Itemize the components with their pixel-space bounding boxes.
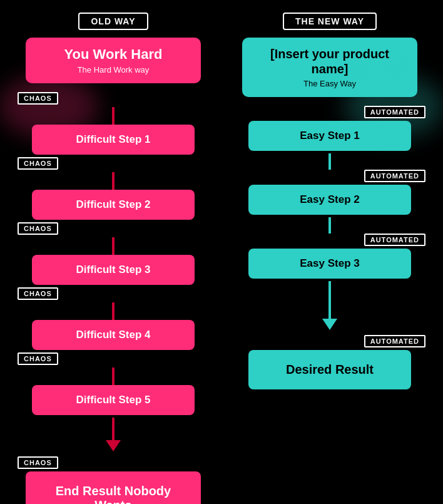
chaos-label-3: CHAOS xyxy=(24,225,52,232)
easy-step-2: Easy Step 2 xyxy=(248,185,411,215)
automated-label-1: AUTOMATED xyxy=(370,108,419,116)
connector-final xyxy=(112,418,115,440)
chaos-badge-1: CHAOS xyxy=(18,92,58,105)
chaos-badge-5: CHAOS xyxy=(18,352,58,365)
easy-step-1: Easy Step 1 xyxy=(248,121,411,151)
chaos-badge-end: CHAOS xyxy=(18,456,58,469)
chaos-label-4: CHAOS xyxy=(24,290,52,297)
new-way-top-box: [Insert your product name] The Easy Way xyxy=(242,38,417,97)
step-label-3: Difficult Step 3 xyxy=(76,264,150,275)
difficult-step-2: Difficult Step 2 xyxy=(32,190,195,220)
arrow-down-pink xyxy=(106,440,121,451)
difficult-step-3: Difficult Step 3 xyxy=(32,255,195,285)
step-label-2: Difficult Step 2 xyxy=(76,198,150,210)
automated-label-3: AUTOMATED xyxy=(370,236,419,244)
right-column: THE NEW WAY [Insert your product name] T… xyxy=(222,6,438,504)
arrow-down-teal xyxy=(322,319,337,330)
left-step-row-5: CHAOS Difficult Step 5 xyxy=(5,352,222,416)
end-result-label: End Result Nobody Wants xyxy=(56,484,171,504)
old-way-top-box: You Work Hard The Hard Work way xyxy=(26,38,201,83)
left-step-row-1: CHAOS Difficult Step 1 xyxy=(5,92,222,156)
chaos-badge-4: CHAOS xyxy=(18,287,58,300)
automated-badge-1: AUTOMATED xyxy=(364,106,425,118)
easy-step-label-3: Easy Step 3 xyxy=(300,257,359,269)
right-step-row-2: AUTOMATED Easy Step 2 xyxy=(222,170,438,216)
step-label-1: Difficult Step 1 xyxy=(76,133,150,145)
teal-connector-1 xyxy=(328,153,331,170)
right-step-row-1: AUTOMATED Easy Step 1 xyxy=(222,106,438,152)
automated-badge-2: AUTOMATED xyxy=(364,170,425,182)
desired-result-box: Desired Result xyxy=(248,350,411,389)
difficult-step-1: Difficult Step 1 xyxy=(32,125,195,155)
right-desired-row: AUTOMATED Desired Result xyxy=(222,335,438,389)
old-way-label: OLD WAY xyxy=(91,16,135,26)
new-way-title: [Insert your product name] xyxy=(252,46,407,76)
easy-step-label-1: Easy Step 1 xyxy=(300,130,359,141)
easy-step-3: Easy Step 3 xyxy=(248,249,411,279)
chaos-badge-2: CHAOS xyxy=(18,157,58,170)
automated-badge-3: AUTOMATED xyxy=(364,234,425,246)
automated-label-2: AUTOMATED xyxy=(370,172,419,180)
new-way-subtitle: The Easy Way xyxy=(252,79,407,88)
old-way-subtitle: The Hard Work way xyxy=(36,65,191,75)
left-step-row-3: CHAOS Difficult Step 3 xyxy=(5,222,222,286)
chaos-label-5: CHAOS xyxy=(24,355,52,363)
difficult-step-4: Difficult Step 4 xyxy=(32,320,195,350)
automated-label-final: AUTOMATED xyxy=(370,337,419,345)
right-step-row-3: AUTOMATED Easy Step 3 xyxy=(222,234,438,280)
teal-connector-long xyxy=(328,281,331,319)
left-end-row: CHAOS End Result Nobody Wants xyxy=(5,456,222,504)
left-step-row-2: CHAOS Difficult Step 2 xyxy=(5,157,222,221)
connector-4 xyxy=(112,302,115,320)
chaos-label-2: CHAOS xyxy=(24,160,52,167)
new-way-badge: THE NEW WAY xyxy=(283,13,377,30)
connector-2 xyxy=(112,172,115,190)
easy-step-label-2: Easy Step 2 xyxy=(300,193,359,205)
left-step-row-4: CHAOS Difficult Step 4 xyxy=(5,287,222,351)
old-way-badge: OLD WAY xyxy=(78,13,148,30)
new-way-label: THE NEW WAY xyxy=(295,16,364,26)
chaos-label-end: CHAOS xyxy=(24,459,52,466)
teal-connector-2 xyxy=(328,217,331,234)
connector-1 xyxy=(112,107,115,125)
connector-5 xyxy=(112,368,115,385)
end-result-box: End Result Nobody Wants xyxy=(26,471,201,504)
chaos-badge-3: CHAOS xyxy=(18,222,58,235)
step-label-5: Difficult Step 5 xyxy=(76,394,150,406)
automated-badge-final: AUTOMATED xyxy=(364,335,425,347)
step-label-4: Difficult Step 4 xyxy=(76,329,150,341)
connector-3 xyxy=(112,237,115,255)
desired-result-label: Desired Result xyxy=(286,363,374,376)
difficult-step-5: Difficult Step 5 xyxy=(32,385,195,415)
left-column: OLD WAY You Work Hard The Hard Work way … xyxy=(5,6,222,504)
chaos-label-1: CHAOS xyxy=(24,95,52,102)
old-way-title: You Work Hard xyxy=(36,46,191,63)
